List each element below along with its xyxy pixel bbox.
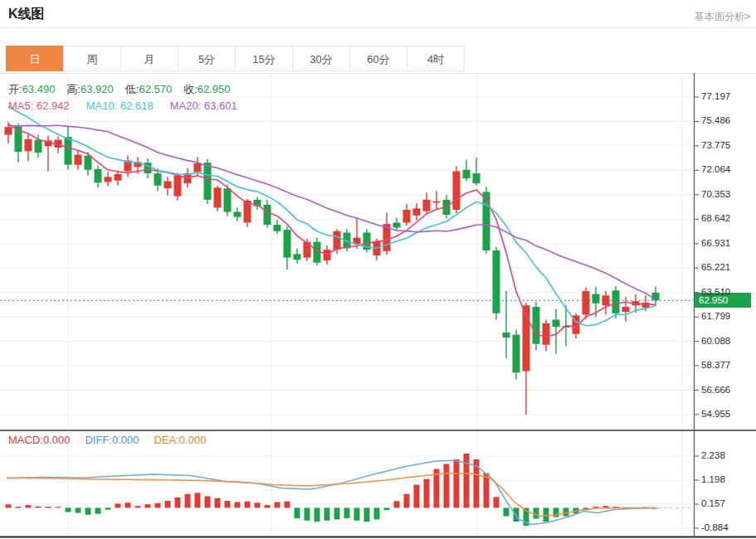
macd-histogram-bar [514, 507, 519, 522]
candle-body [334, 231, 341, 250]
candle-body [254, 200, 261, 206]
macd-histogram-bar [643, 507, 649, 508]
macd-histogram-bar [474, 459, 480, 508]
candle-body [234, 212, 241, 217]
ma20-readout: MA20: 63.601 [170, 100, 237, 112]
macd-histogram-bar [404, 494, 410, 508]
candle-body [393, 222, 401, 227]
macd-histogram-bar [185, 494, 191, 508]
macd-histogram-bar [593, 507, 599, 507]
candle-body [194, 163, 202, 172]
candle-body [583, 291, 590, 314]
page-title: K线图 [8, 6, 45, 23]
candle-body [25, 139, 32, 152]
candle-body [463, 170, 471, 178]
candle-body [453, 171, 461, 209]
high-label: 高: [66, 83, 80, 95]
macd-histogram-bar [334, 507, 340, 519]
diff-value-readout: DIFF:0.000 [85, 434, 139, 446]
candle-body [403, 210, 411, 222]
macd-histogram-bar [623, 507, 629, 509]
candle-body [533, 307, 540, 344]
candle-body [563, 326, 570, 328]
macd-histogram-bar [95, 507, 101, 513]
candle-body [55, 140, 62, 148]
macd-histogram-bar [36, 507, 41, 508]
tab-period-5[interactable]: 15分 [235, 46, 293, 71]
candle-body [204, 163, 212, 200]
macd-tick-label: 1.198 [701, 474, 725, 484]
macd-histogram-bar [175, 498, 181, 508]
price-tick-label: 56.666 [701, 385, 730, 395]
macd-histogram-bar [534, 507, 539, 518]
macd-histogram-bar [215, 498, 221, 508]
macd-histogram-bar [205, 496, 211, 507]
candle-body [612, 290, 620, 313]
macd-histogram-bar [573, 507, 579, 513]
candle-body [75, 155, 82, 165]
candle-body [443, 200, 451, 215]
macd-histogram-bar [504, 507, 510, 516]
macd-histogram-bar [235, 502, 241, 507]
dea-line [7, 473, 656, 517]
candle-body [423, 200, 431, 211]
macd-histogram-bar [354, 507, 360, 520]
macd-histogram-bar [255, 503, 261, 507]
candle-body [144, 163, 152, 173]
candle-body [65, 137, 72, 165]
candle-body [284, 230, 291, 258]
ma5-line [8, 124, 656, 337]
candle-body [264, 205, 271, 225]
price-tick-label: 70.353 [701, 189, 730, 199]
tab-period-6[interactable]: 30分 [292, 46, 350, 71]
candle-body [314, 242, 321, 263]
macd-histogram-bar [633, 507, 639, 508]
macd-histogram-bar [454, 459, 460, 508]
macd-histogram-bar [85, 507, 91, 514]
macd-histogram-bar [56, 507, 61, 507]
ma10-line [8, 106, 656, 326]
macd-histogram-bar [613, 507, 619, 507]
candle-body [602, 295, 610, 305]
macd-histogram-bar [66, 507, 71, 512]
macd-histogram-bar [225, 501, 231, 507]
fundamental-analysis-link[interactable]: 基本面分析> [695, 10, 750, 24]
candle-body [652, 293, 660, 300]
candle-body [553, 320, 560, 328]
price-tick-label: 58.377 [701, 360, 730, 370]
ma20-line [8, 125, 656, 299]
tab-period-3[interactable]: 月 [120, 46, 178, 71]
macd-histogram-bar [344, 507, 350, 518]
price-tick-label: 54.955 [701, 409, 730, 419]
open-label: 开: [8, 83, 22, 95]
tab-period-1[interactable]: 日 [6, 46, 64, 71]
dea-value-readout: DEA:0.000 [154, 434, 206, 446]
macd-histogram-bar [384, 507, 390, 510]
close-value: 62.950 [198, 83, 231, 95]
low-value: 62.570 [139, 83, 172, 95]
period-tabbar: 日周月5分15分30分60分4时 [7, 46, 465, 71]
macd-histogram-bar [583, 507, 589, 510]
candle-body [294, 254, 301, 260]
macd-histogram-bar [115, 503, 121, 507]
tab-period-8[interactable]: 4时 [407, 46, 465, 71]
candle-body [493, 250, 500, 313]
candle-body [85, 156, 92, 170]
macd-histogram-bar [275, 502, 280, 507]
macd-histogram-bar [265, 505, 271, 507]
tab-period-7[interactable]: 60分 [349, 46, 407, 71]
macd-histogram-bar [46, 507, 51, 507]
tab-period-2[interactable]: 周 [63, 46, 121, 71]
candle-body [354, 238, 361, 245]
macd-histogram-bar [544, 507, 549, 522]
tab-period-4[interactable]: 5分 [178, 46, 236, 71]
macd-histogram-bar [16, 507, 22, 507]
candle-body [483, 192, 490, 250]
candle-body [244, 201, 251, 223]
macd-histogram-bar [76, 507, 81, 512]
candle-body [154, 173, 162, 186]
macd-tick-label: -0.884 [701, 522, 729, 532]
macd-histogram-bar [26, 505, 32, 507]
macd-histogram-bar [105, 507, 111, 509]
macd-histogram-bar [364, 507, 370, 522]
